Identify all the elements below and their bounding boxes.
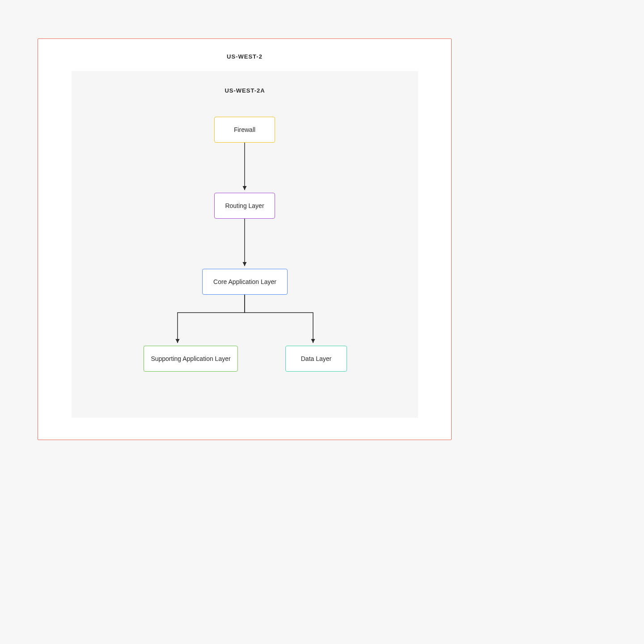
region-title: US-WEST-2 [38, 53, 451, 60]
node-routing: Routing Layer [214, 193, 275, 219]
node-data-label: Data Layer [301, 355, 331, 362]
node-data: Data Layer [285, 346, 347, 372]
node-core-label: Core Application Layer [213, 278, 276, 285]
node-routing-label: Routing Layer [225, 202, 264, 209]
region-container: US-WEST-2 US-WEST-2A Firewall Routing La… [38, 38, 452, 440]
node-core: Core Application Layer [202, 269, 288, 295]
node-supporting: Supporting Application Layer [144, 346, 238, 372]
availability-zone-container: US-WEST-2A Firewall Routing Layer Core A… [72, 71, 418, 418]
node-supporting-label: Supporting Application Layer [151, 355, 230, 362]
node-firewall: Firewall [214, 117, 275, 143]
node-firewall-label: Firewall [234, 126, 255, 133]
availability-zone-title: US-WEST-2A [72, 87, 418, 94]
